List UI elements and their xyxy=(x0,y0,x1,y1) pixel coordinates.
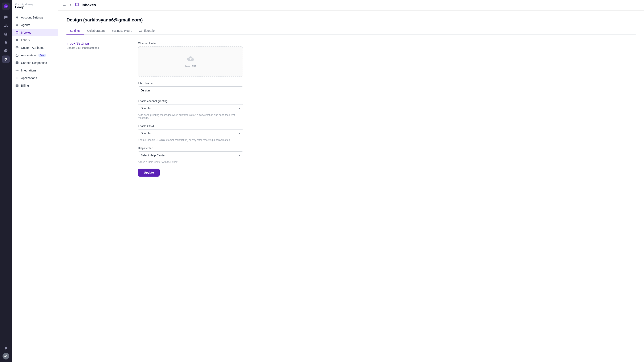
helpdesk-nav-icon[interactable] xyxy=(2,47,10,55)
back-navigation-icon[interactable] xyxy=(68,3,72,7)
help-center-field: Help Center Select Help Center ▼ Attach … xyxy=(138,146,243,164)
conversations-nav-icon[interactable] xyxy=(2,13,10,21)
enable-greeting-hint: Auto-send greeting messages when custome… xyxy=(138,113,243,119)
enable-csat-label: Enable CSAT xyxy=(138,124,243,128)
max-size-label: Max 5MB xyxy=(147,65,234,68)
sidebar-item-account-settings[interactable]: Account Settings xyxy=(12,14,58,21)
settings-left-col: Inbox Settings Update your inbox setting… xyxy=(66,42,125,49)
sidebar-item-applications[interactable]: Applications xyxy=(12,74,58,82)
sidebar-nav: Account Settings Agents Inboxes Labels C xyxy=(12,12,58,91)
settings-nav-icon[interactable] xyxy=(2,55,10,63)
user-avatar[interactable]: AS xyxy=(2,353,9,360)
campaigns-nav-icon[interactable] xyxy=(2,39,10,46)
org-name: Hoory xyxy=(15,5,54,9)
tab-collaborators[interactable]: Collaborators xyxy=(84,27,108,35)
custom-attributes-icon xyxy=(15,46,19,50)
sidebar-item-canned-responses[interactable]: Canned Responses xyxy=(12,59,58,67)
enable-csat-field: Enable CSAT Disabled Enabled ▼ Enable/Di… xyxy=(138,124,243,141)
svg-point-1 xyxy=(5,6,6,6)
billing-icon xyxy=(15,84,19,87)
sidebar-item-billing[interactable]: Billing xyxy=(12,82,58,89)
inbox-tabs: Settings Collaborators Business Hours Co… xyxy=(66,27,636,35)
update-button[interactable]: Update xyxy=(138,169,160,177)
tab-configuration[interactable]: Configuration xyxy=(136,27,160,35)
sidebar-item-labels[interactable]: Labels xyxy=(12,36,58,44)
bottom-icons: AS xyxy=(2,344,10,360)
inbox-name-label: Inbox Name xyxy=(138,81,243,85)
applications-icon xyxy=(15,76,19,80)
account-settings-label: Account Settings xyxy=(21,16,43,19)
inbox-title: Design (sarkissyana6@gmail.com) xyxy=(66,17,636,23)
integrations-label: Integrations xyxy=(21,69,36,72)
automation-beta-badge: Beta xyxy=(38,54,46,57)
account-settings-icon xyxy=(15,15,19,19)
svg-point-0 xyxy=(4,4,8,8)
currently-viewing-label: Currently viewing: xyxy=(15,3,54,5)
page-inbox-icon xyxy=(75,2,79,8)
enable-greeting-select[interactable]: Disabled Enabled xyxy=(138,104,243,112)
svg-point-2 xyxy=(6,6,7,6)
integrations-icon xyxy=(15,68,19,72)
help-center-select-wrapper: Select Help Center ▼ xyxy=(138,151,243,159)
custom-attributes-label: Custom Attributes xyxy=(21,46,44,49)
canned-responses-label: Canned Responses xyxy=(21,61,47,64)
icon-bar: AS xyxy=(0,0,12,362)
page-title: Inboxes xyxy=(82,3,96,7)
settings-form: Channel Avatar Max 5MB Inbox Name Enab xyxy=(138,42,243,177)
inbox-name-field: Inbox Name xyxy=(138,81,243,94)
channel-avatar-label: Channel Avatar xyxy=(138,42,243,45)
enable-greeting-field: Enable channel greeting Disabled Enabled… xyxy=(138,99,243,119)
sidebar-item-inboxes[interactable]: Inboxes xyxy=(12,29,58,36)
automation-icon xyxy=(15,53,19,57)
upload-cloud-icon xyxy=(147,55,234,63)
help-center-select[interactable]: Select Help Center xyxy=(138,151,243,159)
labels-label: Labels xyxy=(21,38,30,42)
automation-label: Automation xyxy=(21,54,36,57)
enable-csat-select[interactable]: Disabled Enabled xyxy=(138,129,243,137)
canned-responses-icon xyxy=(15,61,19,65)
reports-nav-icon[interactable] xyxy=(2,30,10,38)
sidebar-header: Currently viewing: Hoory xyxy=(12,0,58,12)
help-center-hint: Attach a Help Center with the inbox xyxy=(138,161,243,164)
section-description: Update your inbox settings xyxy=(66,46,125,49)
avatar-upload-area[interactable]: Max 5MB xyxy=(138,46,243,76)
content-area: Design (sarkissyana6@gmail.com) Settings… xyxy=(58,10,644,362)
enable-greeting-label: Enable channel greeting xyxy=(138,99,243,103)
sidebar: Currently viewing: Hoory Account Setting… xyxy=(12,0,58,362)
section-title: Inbox Settings xyxy=(66,42,125,45)
app-logo xyxy=(2,2,10,10)
main-content: Inboxes Design (sarkissyana6@gmail.com) … xyxy=(58,0,644,362)
sidebar-item-custom-attributes[interactable]: Custom Attributes xyxy=(12,44,58,51)
menu-toggle-icon[interactable] xyxy=(62,3,66,7)
inbox-name-input[interactable] xyxy=(138,86,243,94)
inboxes-icon xyxy=(15,31,19,34)
contacts-nav-icon[interactable] xyxy=(2,22,10,29)
tab-business-hours[interactable]: Business Hours xyxy=(108,27,136,35)
agents-label: Agents xyxy=(21,23,30,27)
sidebar-item-integrations[interactable]: Integrations xyxy=(12,67,58,74)
help-center-label: Help Center xyxy=(138,146,243,150)
sidebar-item-agents[interactable]: Agents xyxy=(12,21,58,29)
enable-greeting-select-wrapper: Disabled Enabled ▼ xyxy=(138,104,243,112)
topbar: Inboxes xyxy=(58,0,644,10)
enable-csat-select-wrapper: Disabled Enabled ▼ xyxy=(138,129,243,137)
sidebar-item-automation[interactable]: Automation Beta xyxy=(12,51,58,59)
tab-settings[interactable]: Settings xyxy=(66,27,84,35)
labels-icon xyxy=(15,38,19,42)
notification-icon[interactable] xyxy=(2,344,10,352)
applications-label: Applications xyxy=(21,76,37,80)
enable-csat-hint: Enable/Disable CSAT(Customer satisfactio… xyxy=(138,139,243,141)
svg-point-4 xyxy=(16,47,18,48)
settings-layout: Inbox Settings Update your inbox setting… xyxy=(66,42,636,177)
agents-icon xyxy=(15,23,19,27)
billing-label: Billing xyxy=(21,84,29,87)
inboxes-label: Inboxes xyxy=(21,31,31,34)
channel-avatar-field: Channel Avatar Max 5MB xyxy=(138,42,243,76)
